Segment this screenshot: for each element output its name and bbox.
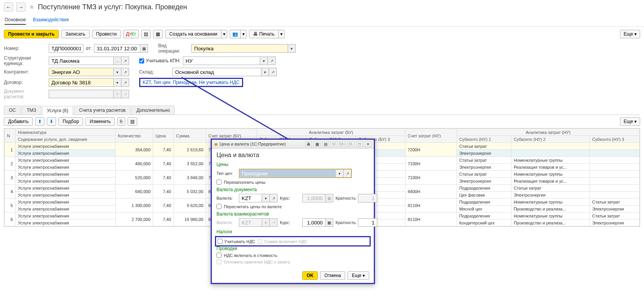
counterparty-field[interactable] [49, 68, 114, 76]
print-dd[interactable]: ▾ [279, 30, 285, 38]
col-content: Содержание услуги, доп. сведения [15, 136, 116, 143]
paste-button[interactable]: ▤ [128, 117, 137, 126]
doc-curr-field[interactable] [239, 194, 262, 202]
back-button[interactable]: ← [4, 2, 13, 12]
move-down-button[interactable]: ⬇ [47, 117, 56, 126]
price-type-field[interactable] [239, 169, 336, 178]
m-minus-button[interactable]: M- [348, 141, 354, 147]
settle-rate-calc[interactable]: ▦ [325, 218, 333, 227]
doc-rate-calc: ▦ [325, 194, 333, 202]
col-qty: Количество [116, 129, 153, 143]
tab-tmz[interactable]: ТМЗ [22, 106, 41, 115]
price-type-dd[interactable]: ▾ [336, 169, 344, 178]
recalc-checkbox[interactable] [216, 204, 221, 209]
edit-button[interactable]: Изменить [85, 117, 115, 126]
price-currency-dialog: ◉ Цена и валюта (1С:Предприятие) 🖶 ▦ ▤ M… [211, 139, 375, 227]
section-settle-currency: Валюта взаиморасчетов [216, 211, 369, 217]
settle-rate-field[interactable] [302, 218, 325, 227]
settle-curr-open: ↗ [270, 218, 278, 227]
create-based-dd[interactable]: ▾ [221, 30, 227, 38]
org-select[interactable]: … [114, 56, 121, 65]
date-field[interactable] [94, 44, 140, 53]
settlement-doc-label: Документ расчетов: [4, 89, 46, 99]
number-field[interactable] [49, 44, 83, 53]
favorite-star-icon[interactable]: ★ [29, 3, 35, 11]
doc-curr-open[interactable]: ↗ [270, 194, 278, 202]
tab-interactions[interactable]: Взаимодействия [33, 15, 69, 25]
org-field[interactable] [49, 56, 114, 65]
move-up-button[interactable]: ⬆ [35, 117, 44, 126]
tab-services[interactable]: Услуги (6) [42, 106, 73, 115]
maximize-icon[interactable]: □ [356, 141, 363, 147]
optype-dd[interactable]: ▾ [288, 44, 296, 53]
tab-accounts[interactable]: Счета учета расчетов [74, 106, 130, 115]
tab-os[interactable]: ОС [4, 106, 21, 115]
print-button[interactable]: 🖶 Печать [249, 30, 279, 38]
post-button[interactable]: Провести [92, 30, 121, 38]
warehouse-dd[interactable]: ▾ [261, 68, 269, 76]
fill-button[interactable]: 👥 [230, 30, 241, 38]
report-button[interactable]: ▦ [153, 30, 163, 38]
col-n: N [5, 129, 15, 143]
write-button[interactable]: Записать [61, 30, 89, 38]
doc-curr-dd[interactable]: ▾ [262, 194, 270, 202]
app-icon: ◉ [214, 142, 218, 147]
contract-field[interactable] [49, 78, 114, 87]
dialog-window-title: Цена и валюта (1С:Предприятие) [220, 142, 286, 146]
settlement-doc-field [49, 90, 114, 98]
org-open[interactable]: ↗ [121, 56, 129, 65]
counterparty-open[interactable]: ↗ [121, 68, 129, 76]
doc-rate-label: Курс: [280, 196, 300, 200]
col-nomen: Номенклатура [15, 129, 116, 136]
counterparty-dd[interactable]: ▾ [114, 68, 121, 76]
col-anal-nu: Аналитика затрат (НУ) [457, 129, 639, 136]
kpn-dd[interactable]: ▾ [260, 56, 268, 65]
tab-main[interactable]: Основное [5, 15, 26, 25]
contract-dd[interactable]: ▾ [114, 78, 121, 87]
settlement-doc-clear: × [114, 90, 121, 98]
tab-additional[interactable]: Дополнительно [131, 106, 175, 115]
col-subnu3: Субконто (НУ) 3 [590, 136, 640, 143]
refill-prices-label: Перезаполнить цены [224, 180, 266, 185]
create-based-button[interactable]: Создать на основании [165, 30, 222, 38]
optype-label: Вид операции: [158, 43, 189, 54]
calendar-icon[interactable]: ▦ [140, 44, 148, 53]
dialog-heading: Цена и валюта [216, 152, 369, 159]
pick-button[interactable]: Подбор [58, 117, 83, 126]
forward-button[interactable]: → [16, 2, 26, 12]
refill-prices-checkbox[interactable] [216, 180, 221, 185]
price-currency-link[interactable]: KZT, Тип цен: Приходная, Не учитывать НД… [139, 78, 243, 87]
col-sum: Сумма [174, 129, 206, 143]
col-subnu1: Субконто (НУ) 1 [457, 136, 511, 143]
fill-dd[interactable]: ▾ [241, 30, 247, 38]
m-plus-button[interactable]: M+ [339, 141, 346, 147]
settle-curr-field [239, 218, 262, 227]
doc-rate-field [302, 194, 325, 202]
contract-open[interactable]: ↗ [121, 78, 129, 87]
copy-button[interactable]: ⎘ [117, 117, 125, 126]
more-button[interactable]: Еще ▾ [620, 30, 640, 38]
optype-field[interactable] [191, 44, 288, 53]
m-button[interactable]: M [331, 141, 337, 147]
close-icon[interactable]: ✕ [365, 141, 371, 147]
number-label: Номер: [4, 46, 46, 51]
price-type-open[interactable]: ↗ [344, 169, 351, 178]
dt-kt-button[interactable]: ДтКт [123, 30, 139, 38]
print-icon[interactable]: 🖶 [305, 141, 312, 147]
kpn-field[interactable] [183, 56, 260, 65]
col-subnu2: Субконто (НУ) 2 [511, 136, 589, 143]
doc-icon[interactable]: ▦ [313, 141, 320, 147]
warehouse-field[interactable] [172, 68, 261, 76]
settle-mult-field[interactable] [358, 218, 377, 227]
kpn-checkbox[interactable] [139, 58, 144, 63]
counterparty-label: Контрагент: [4, 69, 46, 75]
col-anal-bu: Аналитика затрат (БУ) [257, 129, 405, 136]
warehouse-open[interactable]: ↗ [269, 68, 277, 76]
structure-button[interactable]: ▤ [141, 30, 151, 38]
kpn-label: Учитывать КПН: [146, 58, 181, 63]
post-and-close-button[interactable]: Провести и закрыть [4, 30, 59, 38]
add-row-button[interactable]: Добавить [4, 117, 33, 126]
table-more-button[interactable]: Еще ▾ [620, 117, 640, 126]
calc-icon[interactable]: ▤ [322, 141, 329, 147]
kpn-open[interactable]: ↗ [268, 56, 276, 65]
